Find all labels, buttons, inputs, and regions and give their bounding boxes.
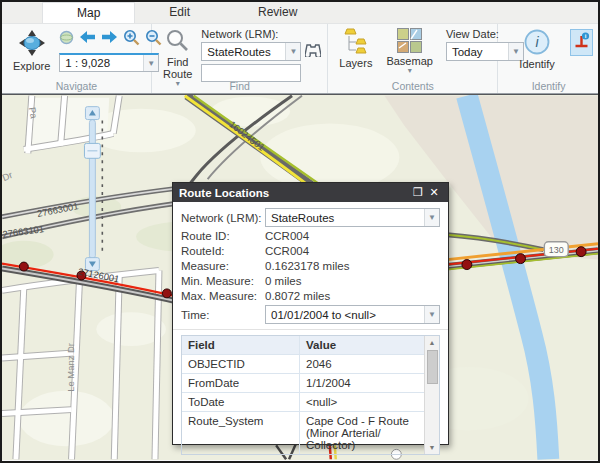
close-icon[interactable]: ✕ <box>426 186 442 199</box>
network-lrm-combo[interactable]: StateRoutes ▼ <box>201 42 301 61</box>
dlg-network-label: Network (LRM): <box>181 212 265 224</box>
zoom-in-icon[interactable] <box>123 29 140 50</box>
cell-field: OBJECTID <box>182 355 300 373</box>
cell-field: ToDate <box>182 393 300 411</box>
layers-button[interactable]: Layers <box>334 27 377 70</box>
tab-edit[interactable]: Edit <box>135 2 224 23</box>
application-window: Map Edit Review Explore <box>0 0 600 463</box>
explore-icon <box>17 28 47 60</box>
group-contents-label: Contents <box>328 80 497 92</box>
previous-extent-icon[interactable] <box>79 30 96 48</box>
identify-route-locations-button[interactable]: i <box>570 29 593 56</box>
dialog-titlebar[interactable]: Route Locations ❒ ✕ <box>173 183 448 202</box>
chevron-down-icon[interactable]: ▼ <box>424 306 439 323</box>
scroll-down-icon[interactable]: ▼ <box>429 441 436 454</box>
map-scale-value: 1 : 9,028 <box>60 57 143 69</box>
cell-value: 2046 <box>300 355 424 373</box>
chevron-down-icon[interactable]: ▼ <box>285 43 300 60</box>
dlg-min-measure-value: 0 miles <box>265 275 301 287</box>
find-route-label: Find <box>167 56 188 68</box>
attributes-table: Field Value OBJECTID 2046 FromDate 1/1/2… <box>181 335 440 455</box>
dlg-min-measure-label: Min. Measure: <box>181 275 265 287</box>
group-navigate: Explore <box>2 24 152 93</box>
ribbon-tabstrip: Map Edit Review <box>2 2 598 24</box>
dialog-body: Network (LRM): StateRoutes ▼ Route ID: C… <box>173 202 448 459</box>
dlg-time-value: 01/01/2004 to <null> <box>266 309 424 321</box>
map-scale-combo[interactable]: 1 : 9,028 ▼ <box>59 53 159 72</box>
maximize-icon[interactable]: ❒ <box>410 186 426 199</box>
chevron-down-icon[interactable]: ▼ <box>424 209 439 226</box>
table-scrollbar[interactable]: ▲ ▼ <box>424 336 439 454</box>
network-lrm-value: StateRoutes <box>202 46 285 58</box>
cell-field: FromDate <box>182 374 300 392</box>
dlg-measure-label: Measure: <box>181 260 265 272</box>
cell-value: 1/1/2004 <box>300 374 424 392</box>
dropdown-caret-icon: ▾ <box>408 67 412 74</box>
basemap-button[interactable]: Basemap ▾ <box>381 27 437 75</box>
cell-value: Cape Cod - F Route (Minor Arterial/ Coll… <box>300 412 424 454</box>
tab-map[interactable]: Map <box>42 2 135 23</box>
find-route-icon <box>165 28 191 56</box>
dlg-time-label: Time: <box>181 309 265 321</box>
table-row[interactable]: FromDate 1/1/2004 <box>182 374 424 393</box>
scrollbar-thumb[interactable] <box>427 350 438 384</box>
find-route-button[interactable]: Find Route ▾ <box>158 27 197 88</box>
binoculars-icon[interactable] <box>305 43 321 61</box>
dlg-max-measure-label: Max. Measure: <box>181 290 265 302</box>
dialog-title: Route Locations <box>179 187 410 199</box>
route-locations-dialog: Route Locations ❒ ✕ Network (LRM): State… <box>172 182 449 445</box>
col-field-header[interactable]: Field <box>182 336 300 354</box>
cell-value: <null> <box>300 393 424 411</box>
cell-field: Route_System <box>182 412 300 454</box>
zoom-slider-track[interactable] <box>89 120 95 259</box>
dlg-time-combo[interactable]: 01/01/2004 to <null> ▼ <box>265 305 440 324</box>
layers-icon <box>342 28 370 57</box>
ribbon: Explore <box>2 24 598 94</box>
map-route-shield: 130 <box>544 242 568 257</box>
col-value-header[interactable]: Value <box>300 336 424 354</box>
identify-label: Identify <box>519 58 554 70</box>
identify-icon: i <box>523 28 551 58</box>
table-header-row: Field Value <box>182 336 424 355</box>
table-row[interactable]: ToDate <null> <box>182 393 424 412</box>
svg-text:Le Manz Dr: Le Manz Dr <box>65 343 76 392</box>
full-extent-icon[interactable] <box>59 30 74 49</box>
svg-text:130: 130 <box>549 245 564 255</box>
table-row[interactable]: Route_System Cape Cod - F Route (Minor A… <box>182 412 424 454</box>
explore-button[interactable]: Explore <box>8 27 55 73</box>
dlg-measure-value: 0.1623178 miles <box>265 260 349 272</box>
basemap-icon <box>397 28 422 55</box>
group-identify: i Identify i Identify <box>498 24 598 93</box>
group-find-label: Find <box>152 80 327 92</box>
group-identify-label: Identify <box>498 80 598 92</box>
tab-review[interactable]: Review <box>224 2 331 23</box>
dlg-routeid2-value: CCR004 <box>265 245 309 257</box>
dlg-routeid2-label: RouteId: <box>181 245 265 257</box>
dlg-network-combo[interactable]: StateRoutes ▼ <box>265 208 440 227</box>
dlg-routeid-value: CCR004 <box>265 230 309 242</box>
identify-route-icon: i <box>573 35 590 52</box>
table-row[interactable]: OBJECTID 2046 <box>182 355 424 374</box>
next-extent-icon[interactable] <box>101 30 118 48</box>
dlg-routeid-label: Route ID: <box>181 230 265 242</box>
identify-button[interactable]: i Identify <box>514 27 559 71</box>
dialog-divider <box>173 329 448 330</box>
group-contents: Layers Basemap ▾ View Date: <box>328 24 498 93</box>
group-find: Find Route ▾ Network (LRM): StateRoutes … <box>152 24 328 93</box>
dlg-max-measure-value: 0.8072 miles <box>265 290 330 302</box>
scroll-up-icon[interactable]: ▲ <box>429 336 436 349</box>
dlg-network-value: StateRoutes <box>266 212 424 224</box>
network-lrm-label: Network (LRM): <box>201 28 321 40</box>
group-navigate-label: Navigate <box>2 80 151 92</box>
layers-label: Layers <box>339 57 372 69</box>
explore-label: Explore <box>13 60 50 72</box>
